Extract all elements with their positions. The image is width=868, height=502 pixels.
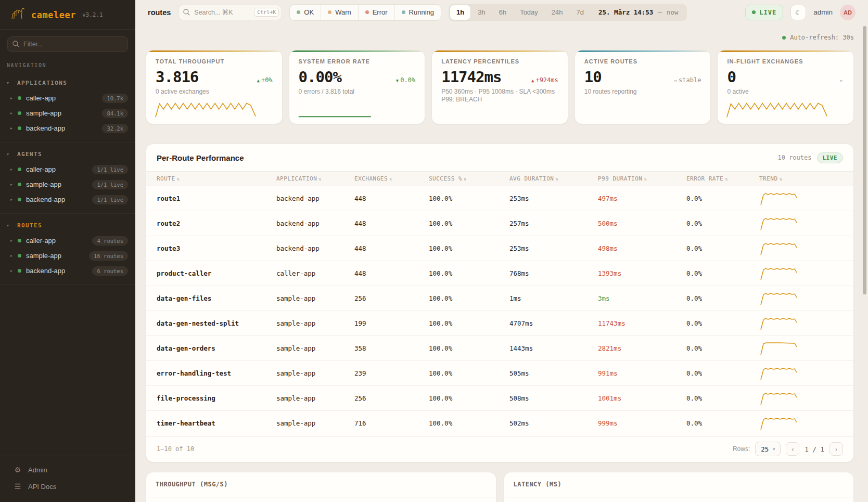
- sidebar-item-backend-app-agent[interactable]: ▸ backend-app 1/1 live: [0, 192, 135, 207]
- col-trend[interactable]: TREND⇅: [755, 172, 853, 186]
- range-24h-button[interactable]: 24h: [545, 5, 569, 20]
- rows-per-page-select[interactable]: 25 ▾: [755, 442, 781, 456]
- sidebar-item-sample-app-agent[interactable]: ▸ sample-app 1/1 live: [0, 177, 135, 192]
- filter-input[interactable]: [7, 36, 128, 52]
- table-row[interactable]: data-gen-files sample-app 256 100.0% 1ms…: [146, 286, 853, 311]
- table-footer: 1–10 of 10 Rows: 25 ▾ ‹ 1 / 1 ›: [146, 436, 853, 462]
- trend-sparkline: [759, 416, 799, 431]
- route-name: route1: [146, 186, 272, 211]
- sidebar-item-caller-app-routes[interactable]: ▸ caller-app 4 routes: [0, 233, 135, 248]
- chevron-down-icon: ▾: [7, 223, 12, 228]
- exchanges-value: 448: [350, 211, 425, 236]
- status-filter-group: OK Warn Error Running: [289, 4, 441, 21]
- username[interactable]: admin: [813, 8, 833, 16]
- avg-duration-value: 253ms: [505, 186, 594, 211]
- trend-cell: [755, 386, 853, 411]
- kpi-label: LATENCY PERCENTILES: [441, 58, 558, 65]
- avg-duration-value: 1443ms: [505, 336, 594, 361]
- dark-mode-toggle[interactable]: ☾: [790, 5, 806, 20]
- col-exchanges[interactable]: EXCHANGES⇅: [350, 172, 425, 186]
- sidebar-item-admin[interactable]: ⚙ Admin: [0, 461, 135, 478]
- sort-icon: ⇅: [177, 176, 180, 182]
- time-to: now: [667, 8, 679, 16]
- prev-page-button[interactable]: ‹: [786, 442, 799, 456]
- table-row[interactable]: data-gen-nested-split sample-app 199 100…: [146, 311, 853, 336]
- range-3h-button[interactable]: 3h: [471, 5, 491, 20]
- status-dot: [18, 254, 21, 258]
- exchanges-value: 256: [350, 286, 425, 311]
- table-row[interactable]: file-processing sample-app 256 100.0% 50…: [146, 386, 853, 411]
- sidebar-filter: [7, 36, 128, 52]
- filter-ok-button[interactable]: OK: [290, 5, 321, 20]
- filter-error-button[interactable]: Error: [359, 5, 395, 20]
- sidebar-item-sample-app[interactable]: ▸ sample-app 84.1k: [0, 106, 135, 121]
- filter-running-button[interactable]: Running: [395, 5, 441, 20]
- sidebar-item-backend-app[interactable]: ▸ backend-app 32.2k: [0, 121, 135, 136]
- p99-duration-value: 500ms: [594, 211, 682, 236]
- admin-label: Admin: [28, 466, 47, 474]
- live-toggle[interactable]: LIVE: [745, 5, 783, 20]
- application-name: backend-app: [272, 211, 350, 236]
- sidebar-footer: ⚙ Admin ☰ API Docs: [0, 456, 135, 502]
- success-value: 100.0%: [425, 186, 505, 211]
- range-7d-button[interactable]: 7d: [570, 5, 590, 20]
- col-success[interactable]: SUCCESS %⇅: [425, 172, 505, 186]
- status-dot: [18, 126, 21, 130]
- col-avg-duration[interactable]: AVG DURATION⇅: [505, 172, 594, 186]
- table-row[interactable]: product-caller caller-app 448 100.0% 768…: [146, 261, 853, 286]
- table-row[interactable]: timer-heartbeat sample-app 716 100.0% 50…: [146, 411, 853, 436]
- sidebar-item-caller-app[interactable]: ▸ caller-app 10.7k: [0, 91, 135, 106]
- table-row[interactable]: data-gen-orders sample-app 358 100.0% 14…: [146, 336, 853, 361]
- error-rate-sparkline: [297, 99, 406, 120]
- live-label: LIVE: [759, 9, 776, 16]
- sort-icon: ⇅: [644, 176, 647, 182]
- kpi-total-throughput: TOTAL THROUGHPUT 3.816 ▲+0% 0 active exc…: [146, 50, 283, 124]
- card-accent: [718, 50, 853, 52]
- error-rate-value: 0.0%: [682, 211, 755, 236]
- route-name: error-handling-test: [146, 361, 272, 386]
- range-6h-button[interactable]: 6h: [493, 5, 513, 20]
- col-route[interactable]: ROUTE⇅: [146, 172, 272, 186]
- time-range-display[interactable]: 25. März 14:53 — now: [591, 8, 685, 16]
- table-row[interactable]: route1 backend-app 448 100.0% 253ms 497m…: [146, 186, 853, 211]
- table-row[interactable]: route2 backend-app 448 100.0% 257ms 500m…: [146, 211, 853, 236]
- kpi-inflight-exchanges: IN-FLIGHT EXCHANGES 0 ↔ 0 active: [717, 50, 854, 124]
- p99-duration-value: 11743ms: [594, 311, 682, 336]
- sidebar-item-sample-app-routes[interactable]: ▸ sample-app 16 routes: [0, 248, 135, 263]
- sidebar-item-backend-app-routes[interactable]: ▸ backend-app 6 routes: [0, 263, 135, 278]
- success-value: 100.0%: [425, 411, 505, 436]
- col-application[interactable]: APPLICATION⇅: [272, 172, 350, 186]
- sidebar-item-caller-app-agent[interactable]: ▸ caller-app 1/1 live: [0, 162, 135, 177]
- range-1h-button[interactable]: 1h: [450, 5, 470, 20]
- col-p99-duration[interactable]: P99 DURATION⇅: [594, 172, 682, 186]
- throughput-sparkline: [154, 99, 263, 120]
- range-today-button[interactable]: Today: [514, 5, 544, 20]
- kpi-label: TOTAL THROUGHPUT: [156, 58, 273, 65]
- chevron-down-icon: ▾: [7, 152, 12, 157]
- table-row[interactable]: error-handling-test sample-app 239 100.0…: [146, 361, 853, 386]
- kpi-label: IN-FLIGHT EXCHANGES: [727, 58, 844, 65]
- status-dot: [18, 198, 21, 201]
- route-name: route3: [146, 236, 272, 261]
- avatar[interactable]: AD: [840, 5, 856, 20]
- filter-warn-button[interactable]: Warn: [321, 5, 359, 20]
- application-name: backend-app: [272, 186, 350, 211]
- table-row[interactable]: route3 backend-app 448 100.0% 253ms 498m…: [146, 236, 853, 261]
- trend-sparkline: [759, 391, 799, 406]
- sidebar-item-api-docs[interactable]: ☰ API Docs: [0, 478, 135, 495]
- section-header-applications[interactable]: ▾ APPLICATIONS: [0, 76, 135, 91]
- trend-sparkline: [759, 266, 799, 281]
- card-accent: [575, 50, 711, 52]
- section-header-routes[interactable]: ▾ ROUTES: [0, 219, 135, 233]
- item-label: sample-app: [26, 252, 61, 260]
- col-error-rate[interactable]: ERROR RATE⇅: [682, 172, 755, 186]
- status-dot: [18, 168, 21, 171]
- page-scrollbar[interactable]: [863, 26, 866, 294]
- p99-duration-value: 991ms: [594, 361, 682, 386]
- next-page-button[interactable]: ›: [829, 442, 843, 456]
- app-version: v3.2.1: [82, 11, 103, 18]
- error-rate-value: 0.0%: [682, 311, 755, 336]
- route-name: data-gen-files: [146, 286, 272, 311]
- moon-icon: ☾: [795, 8, 802, 17]
- section-header-agents[interactable]: ▾ AGENTS: [0, 148, 135, 162]
